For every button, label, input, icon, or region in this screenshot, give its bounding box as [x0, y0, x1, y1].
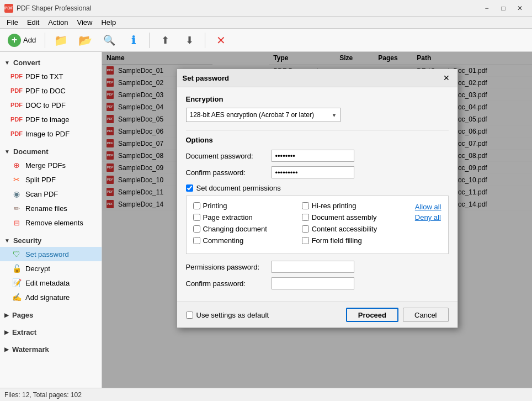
sidebar-item-label: DOC to PDF — [25, 101, 66, 109]
sidebar-item-label: PDF to image — [25, 115, 69, 124]
sidebar-item-set-password[interactable]: 🛡 Set password — [0, 247, 102, 261]
sidebar-watermark-label: Watermark — [12, 345, 49, 353]
maximize-button[interactable]: □ — [496, 3, 511, 14]
chevron-document: ▼ — [4, 149, 10, 155]
sidebar-header-watermark[interactable]: ▶ Watermark — [0, 343, 102, 356]
proceed-button[interactable]: Proceed — [346, 308, 398, 322]
scan-pdf-icon: ◉ — [12, 189, 21, 198]
sidebar-header-convert[interactable]: ▼ Convert — [0, 56, 102, 69]
printing-checkbox[interactable] — [193, 202, 200, 209]
sidebar-header-extract[interactable]: ▶ Extract — [0, 326, 102, 339]
content-accessibility-checkbox[interactable] — [302, 225, 309, 233]
allow-all-link[interactable]: Allow all — [415, 203, 441, 211]
sidebar-item-add-signature[interactable]: ✍ Add signature — [0, 290, 102, 304]
sidebar-item-remove-elements[interactable]: ⊟ Remove elements — [0, 215, 102, 230]
sidebar-header-document[interactable]: ▼ Document — [0, 145, 102, 158]
search-button[interactable]: 🔍 — [98, 31, 120, 49]
pdf-to-image-icon: PDF — [12, 115, 21, 124]
perm-item-form-field-filling: Form field filling — [302, 236, 411, 245]
deny-all-link[interactable]: Deny all — [415, 213, 441, 221]
dialog-title-bar: Set password ✕ — [177, 69, 457, 87]
permissions-password-section: Permissions password: Confirm password: — [186, 261, 449, 289]
document-assembly-label[interactable]: Document assembly — [312, 213, 377, 221]
delete-icon: ✕ — [214, 34, 227, 47]
info-button[interactable]: ℹ — [123, 31, 145, 49]
sidebar-item-decrypt[interactable]: 🔓 Decrypt — [0, 261, 102, 276]
doc-password-row: Document password: — [186, 150, 449, 162]
sidebar-item-pdf-to-doc[interactable]: PDF PDF to DOC — [0, 83, 102, 98]
add-button[interactable]: + Add — [3, 31, 40, 49]
commenting-checkbox[interactable] — [193, 237, 200, 244]
dialog-overlay: Set password ✕ Encryption 128-bit AES en… — [102, 52, 532, 388]
sidebar-item-pdf-to-txt[interactable]: PDF PDF to TXT — [0, 69, 102, 83]
image-to-pdf-icon: PDF — [12, 129, 21, 138]
page-extraction-label[interactable]: Page extraction — [203, 213, 253, 221]
confirm-permissions-label: Confirm password: — [186, 279, 272, 288]
menu-edit[interactable]: Edit — [23, 17, 44, 28]
sidebar-item-merge-pdfs[interactable]: ⊕ Merge PDFs — [0, 158, 102, 172]
move-down-button[interactable]: ⬇ — [178, 31, 200, 49]
sidebar-item-rename-files[interactable]: ✏ Rename files — [0, 201, 102, 215]
close-button[interactable]: ✕ — [512, 3, 528, 14]
logo-text: PDF — [4, 6, 13, 10]
document-assembly-checkbox[interactable] — [302, 214, 309, 221]
toolbar-separator-1 — [45, 33, 45, 48]
sidebar-item-split-pdf[interactable]: ✂ Split PDF — [0, 172, 102, 187]
sidebar-section-security: ▼ Security 🛡 Set password 🔓 Decrypt 📝 Ed… — [0, 232, 102, 307]
options-label: Options — [186, 136, 449, 144]
printing-label[interactable]: Printing — [203, 202, 227, 210]
delete-button[interactable]: ✕ — [210, 31, 232, 49]
changing-document-checkbox[interactable] — [193, 225, 200, 233]
sidebar-item-pdf-to-image[interactable]: PDF PDF to image — [0, 112, 102, 126]
dialog-close-button[interactable]: ✕ — [441, 72, 452, 83]
sidebar-item-edit-metadata[interactable]: 📝 Edit metadata — [0, 276, 102, 290]
hi-res-printing-label[interactable]: Hi-res printing — [312, 202, 357, 210]
sidebar: ▼ Convert PDF PDF to TXT PDF PDF to DOC … — [0, 52, 102, 388]
open-file-button[interactable]: 📁 — [50, 31, 72, 49]
confirm-permissions-input[interactable] — [272, 277, 354, 289]
encryption-dropdown[interactable]: 128-bit AES encryption (Acrobat 7 or lat… — [186, 108, 341, 122]
sidebar-header-security[interactable]: ▼ Security — [0, 234, 102, 247]
sidebar-convert-label: Convert — [13, 59, 40, 67]
minimize-button[interactable]: − — [479, 3, 494, 14]
form-field-filling-checkbox[interactable] — [302, 237, 309, 244]
move-up-button[interactable]: ⬆ — [154, 31, 176, 49]
chevron-extract: ▶ — [4, 329, 9, 335]
dialog-body: Encryption 128-bit AES encryption (Acrob… — [177, 87, 457, 302]
menu-view[interactable]: View — [73, 17, 97, 28]
sidebar-section-watermark: ▶ Watermark — [0, 341, 102, 358]
doc-password-input[interactable] — [272, 150, 354, 162]
sidebar-item-label: Split PDF — [25, 176, 56, 184]
perm-item-commenting: Commenting — [193, 236, 302, 245]
sidebar-item-doc-to-pdf[interactable]: PDF DOC to PDF — [0, 98, 102, 112]
add-folder-button[interactable]: 📂 — [74, 31, 96, 49]
commenting-label[interactable]: Commenting — [203, 236, 244, 245]
menu-help[interactable]: Help — [97, 17, 120, 28]
add-label: Add — [23, 36, 36, 44]
hi-res-printing-checkbox[interactable] — [302, 202, 309, 209]
add-signature-icon: ✍ — [12, 293, 21, 302]
sidebar-item-image-to-pdf[interactable]: PDF Image to PDF — [0, 126, 102, 141]
cancel-button[interactable]: Cancel — [403, 308, 448, 322]
dialog-footer: Use settings as default Proceed Cancel — [177, 302, 457, 328]
chevron-security: ▼ — [4, 238, 10, 244]
use-default-checkbox[interactable] — [186, 312, 193, 319]
confirm-password-input[interactable] — [272, 166, 354, 178]
changing-document-label[interactable]: Changing document — [203, 225, 267, 233]
form-field-filling-label[interactable]: Form field filling — [312, 236, 362, 245]
chevron-convert: ▼ — [4, 60, 10, 66]
page-extraction-checkbox[interactable] — [193, 214, 200, 221]
menu-file[interactable]: File — [2, 17, 23, 28]
set-password-icon: 🛡 — [12, 250, 21, 258]
permissions-password-input[interactable] — [272, 261, 354, 273]
menu-action[interactable]: Action — [44, 17, 72, 28]
sidebar-item-scan-pdf[interactable]: ◉ Scan PDF — [0, 187, 102, 201]
content-accessibility-label[interactable]: Content accessibility — [312, 225, 377, 233]
sidebar-header-pages[interactable]: ▶ Pages — [0, 309, 102, 321]
set-permissions-checkbox[interactable] — [186, 184, 193, 192]
set-permissions-label[interactable]: Set document permissions — [196, 184, 281, 192]
use-default-label[interactable]: Use settings as default — [196, 311, 269, 319]
doc-password-label: Document password: — [186, 152, 272, 160]
confirm-permissions-row: Confirm password: — [186, 277, 449, 289]
sidebar-security-label: Security — [13, 236, 41, 245]
